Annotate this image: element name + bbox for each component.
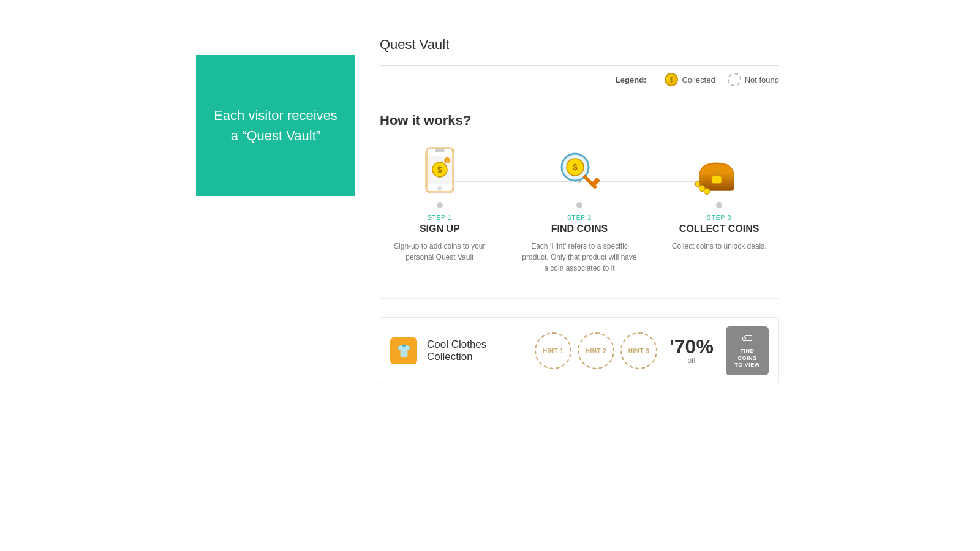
product-thumb-emoji: 👕 <box>396 343 412 358</box>
how-it-works-title: How it works? <box>380 113 779 129</box>
step-2-desc: Each ‘Hint’ refers to a specific product… <box>519 241 639 274</box>
svg-text:$: $ <box>437 165 442 174</box>
svg-point-4 <box>437 186 442 191</box>
not-found-text: Not found <box>745 75 779 84</box>
svg-rect-3 <box>435 149 445 152</box>
step-2-number: STEP 2 <box>567 214 592 221</box>
divider <box>380 298 779 299</box>
hint-badge-3[interactable]: HINT 3 <box>620 332 657 369</box>
svg-point-19 <box>695 181 700 186</box>
legend-collected: $ Collected <box>665 73 715 86</box>
svg-rect-16 <box>712 176 722 183</box>
page-title: Quest Vault <box>380 37 779 53</box>
step-2-dot <box>576 202 582 208</box>
steps-container: $ ! STEP 1 SIGN UP Sign-up to add coins … <box>380 147 779 274</box>
step-3-desc: Collect coins to unlock deals. <box>672 241 767 252</box>
product-row: 👕 Cool Clothes Collection HINT 1 HINT 2 … <box>380 317 779 384</box>
phone-icon: $ ! <box>421 147 458 196</box>
step-2: $ STEP 2 FIND COINS Each ‘Hint’ refers t… <box>519 147 639 274</box>
legend-bar: Legend: $ Collected Not found <box>380 65 779 94</box>
hint-badge-2[interactable]: HINT 2 <box>578 332 614 369</box>
magnify-icon: $ <box>557 149 603 195</box>
hero-text: Each visitor receives a “Quest Vault” <box>211 105 340 146</box>
content-panel: Quest Vault Legend: $ Collected Not foun… <box>355 37 791 384</box>
percent-icon: 🏷 <box>742 332 753 345</box>
step-1-illustration: $ ! <box>412 147 467 196</box>
collected-coin-icon: $ <box>665 73 678 86</box>
svg-text:$: $ <box>573 162 578 172</box>
step-1: $ ! STEP 1 SIGN UP Sign-up to add coins … <box>380 147 500 263</box>
discount-value: '70% <box>667 337 716 356</box>
discount-off: off <box>667 356 716 365</box>
legend-not-found: Not found <box>728 73 779 86</box>
step-2-title: FIND COINS <box>551 223 608 234</box>
step-2-illustration: $ <box>552 147 607 196</box>
legend-label: Legend: <box>616 75 647 84</box>
step-3-dot <box>716 202 722 208</box>
svg-text:!: ! <box>447 159 448 163</box>
step-3-number: STEP 3 <box>707 214 731 221</box>
step-1-title: SIGN UP <box>420 223 460 234</box>
find-coins-text: FIND COINSTO VIEW <box>734 348 760 369</box>
discount-area: '70% off <box>667 337 716 365</box>
step-1-desc: Sign-up to add coins to your personal Qu… <box>380 241 500 263</box>
not-found-circle-icon <box>728 73 741 86</box>
svg-point-18 <box>704 188 710 194</box>
page-wrapper: Each visitor receives a “Quest Vault” Qu… <box>196 37 784 384</box>
chest-icon <box>695 149 744 195</box>
step-3-illustration <box>692 147 747 196</box>
step-3-title: COLLECT COINS <box>679 223 760 234</box>
step-1-number: STEP 1 <box>428 214 452 221</box>
product-thumbnail: 👕 <box>390 337 417 364</box>
hero-panel: Each visitor receives a “Quest Vault” <box>196 55 355 196</box>
hint-badge-1[interactable]: HINT 1 <box>535 332 571 369</box>
product-name: Cool Clothes Collection <box>427 339 525 363</box>
step-1-dot <box>437 202 443 208</box>
find-coins-button[interactable]: 🏷 FIND COINSTO VIEW <box>726 326 769 375</box>
hints-area: HINT 1 HINT 2 HINT 3 <box>535 332 657 369</box>
step-3: STEP 3 COLLECT COINS Collect coins to un… <box>659 147 779 252</box>
collected-text: Collected <box>682 75 715 84</box>
